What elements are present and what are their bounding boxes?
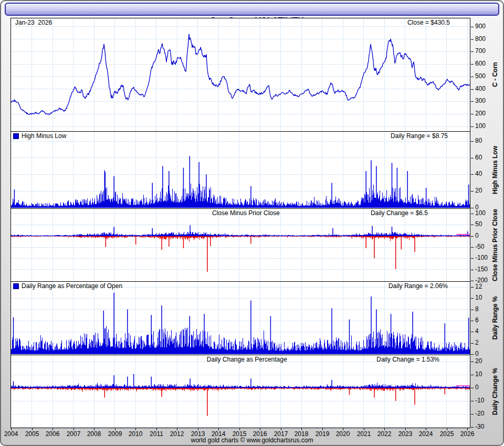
y-tick-mark xyxy=(471,39,474,40)
y-tick-label: -50 xyxy=(475,243,484,250)
date-label: Jan-23 2026 xyxy=(15,19,52,26)
close-value-label: Close = $430.5 xyxy=(407,19,450,26)
y-tick-label: 800 xyxy=(475,36,486,43)
y-tick-label: 500 xyxy=(475,73,486,80)
y-tick-mark xyxy=(471,114,474,114)
price-chart xyxy=(11,18,470,131)
daily-range-pct-value-label: Daily Range = 2.06% xyxy=(388,283,448,290)
y-tick-mark xyxy=(471,414,474,415)
y-tick-label: 10 xyxy=(475,294,482,301)
y-tick-mark xyxy=(471,101,474,102)
y-tick-mark xyxy=(471,174,474,175)
y-tick-mark xyxy=(471,158,474,158)
y-tick-label: 100 xyxy=(475,123,486,130)
y-tick-label: -10 xyxy=(475,397,484,404)
y-tick-mark xyxy=(471,270,474,270)
y-tick-mark xyxy=(471,126,474,127)
y-tick-label: 2 xyxy=(475,339,479,346)
y-tick-label: 100 xyxy=(475,210,486,217)
copyright-footer: world gold charts © www.goldchartsrus.co… xyxy=(1,437,503,444)
y-tick-label: -20 xyxy=(475,410,484,417)
y-tick-mark xyxy=(471,310,474,310)
daily-change-pct-chart xyxy=(11,355,470,428)
y-tick-mark xyxy=(471,191,474,192)
y-tick-mark xyxy=(471,51,474,52)
daily-range-pct-chart xyxy=(11,282,470,355)
chart-window: C - Corn - VOLATILITY Jan-23 2026 Close … xyxy=(0,0,504,446)
y-tick-label: 20 xyxy=(475,358,482,365)
y-tick-mark xyxy=(471,214,474,214)
price-panel: Jan-23 2026 Close = $430.5 xyxy=(10,18,470,132)
daily-range-value-label: Daily Range = $8.75 xyxy=(391,133,448,140)
close-minus-prior-close-panel: Close Minus Prior Close Daily Change = $… xyxy=(10,208,470,282)
y-tick-mark xyxy=(471,362,474,362)
legend-label: Daily Range as Percentage of Open xyxy=(22,283,122,289)
y-tick-label: 8 xyxy=(475,306,479,313)
y-tick-mark xyxy=(471,89,474,90)
y-tick-label: 0 xyxy=(475,351,479,357)
y-tick-label: 12 xyxy=(475,283,482,290)
y-tick-label: 10 xyxy=(475,371,482,378)
y-tick-mark xyxy=(471,208,474,208)
y-tick-mark xyxy=(471,258,474,259)
daily-change-value-label: Daily Change = $6.5 xyxy=(371,210,428,217)
y-axis-title-high-minus-low: High Minus Low xyxy=(491,146,499,194)
y-tick-mark xyxy=(471,332,474,332)
panel-center-title: Daily Change as Percentage xyxy=(207,356,287,363)
high-minus-low-panel: High Minus Low Daily Range = $8.75 xyxy=(10,131,470,209)
daily-range-pct-panel: Daily Range as Percentage of Open Daily … xyxy=(10,281,470,355)
legend-label: High Minus Low xyxy=(22,133,66,139)
y-tick-label: 40 xyxy=(475,171,482,177)
y-tick-mark xyxy=(471,236,474,237)
y-tick-mark xyxy=(471,281,474,281)
legend-swatch-icon xyxy=(13,133,19,139)
daily-change-pct-panel: Daily Change as Percentage Daily Change … xyxy=(10,355,470,428)
y-tick-label: -150 xyxy=(475,266,488,273)
y-tick-mark xyxy=(471,77,474,77)
y-tick-label: 900 xyxy=(475,23,486,30)
y-tick-label: 50 xyxy=(475,221,482,228)
y-axis-title-daily-change-pct: Daily Change % xyxy=(491,368,499,415)
panel-center-title: Close Minus Prior Close xyxy=(212,210,280,217)
daily-change-pct-value-label: Daily Change = 1.53% xyxy=(376,356,439,363)
y-tick-mark xyxy=(471,247,474,248)
legend-daily-range-pct: Daily Range as Percentage of Open xyxy=(13,283,122,289)
y-axis-title-price: C - Corn xyxy=(491,62,499,87)
y-tick-label: 60 xyxy=(475,154,482,161)
y-tick-mark xyxy=(471,375,474,375)
y-tick-mark xyxy=(471,321,474,321)
y-tick-label: 6 xyxy=(475,317,479,324)
y-tick-mark xyxy=(471,141,474,142)
y-tick-label: -30 xyxy=(475,423,484,430)
y-tick-mark xyxy=(471,343,474,344)
y-axis-title-daily-range-pct: Daily Range % xyxy=(491,296,499,340)
y-tick-mark xyxy=(471,225,474,225)
y-tick-label: 400 xyxy=(475,86,486,92)
y-tick-mark xyxy=(471,427,474,428)
y-axis-title-close-minus-prior: Close Minus Prior Close xyxy=(491,209,499,281)
title-bar: C - Corn - VOLATILITY xyxy=(5,3,499,16)
y-tick-mark xyxy=(471,388,474,388)
y-tick-label: 300 xyxy=(475,98,486,104)
y-tick-mark xyxy=(471,27,474,27)
y-tick-mark xyxy=(471,287,474,288)
y-tick-label: 4 xyxy=(475,328,479,335)
y-tick-mark xyxy=(471,298,474,299)
legend-swatch-icon xyxy=(13,283,19,289)
y-tick-label: 20 xyxy=(475,187,482,194)
y-tick-label: 600 xyxy=(475,60,486,67)
y-tick-mark xyxy=(471,64,474,65)
y-tick-label: 0 xyxy=(475,384,479,391)
close-minus-prior-close-chart xyxy=(11,209,470,281)
y-tick-label: 200 xyxy=(475,110,486,117)
y-tick-mark xyxy=(471,354,474,355)
y-tick-mark xyxy=(471,401,474,401)
high-minus-low-chart xyxy=(11,132,470,208)
y-tick-label: 700 xyxy=(475,48,486,55)
legend-high-minus-low: High Minus Low xyxy=(13,133,66,139)
y-tick-label: 0 xyxy=(475,232,479,239)
y-tick-label: -100 xyxy=(475,254,488,261)
y-tick-label: 80 xyxy=(475,137,482,144)
